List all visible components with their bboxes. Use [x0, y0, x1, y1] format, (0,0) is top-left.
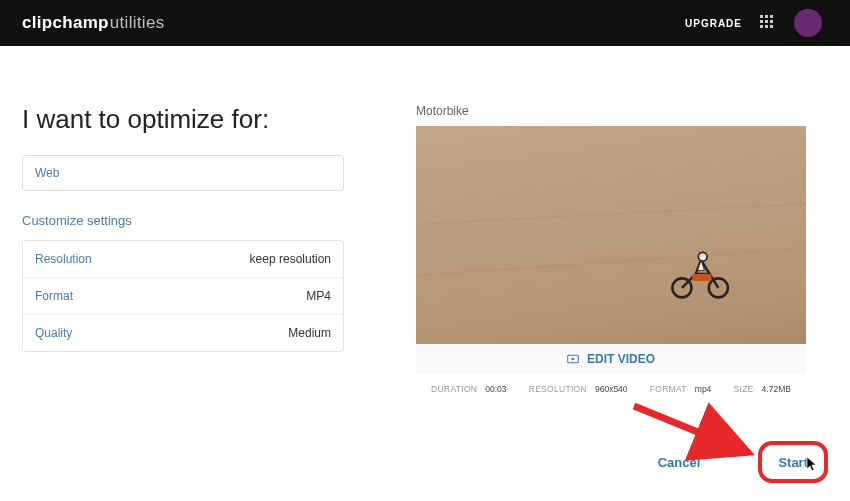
brand-logo: clipchamp utilities [22, 13, 164, 33]
upgrade-button[interactable]: UPGRADE [685, 18, 742, 29]
video-thumbnail[interactable] [416, 126, 806, 344]
preview-panel: Motorbike EDIT VIDEO DURATION 00:03 [416, 104, 828, 394]
meta-format: FORMAT mp4 [650, 384, 712, 394]
edit-icon [567, 353, 579, 365]
settings-panel: I want to optimize for: Web Customize se… [22, 104, 344, 352]
svg-point-2 [698, 252, 707, 261]
meta-size: SIZE 4.72MB [734, 384, 791, 394]
optimize-preset-select[interactable]: Web [22, 155, 344, 191]
setting-label: Resolution [35, 252, 92, 266]
avatar[interactable] [794, 9, 822, 37]
setting-value: MP4 [306, 289, 331, 303]
app-header: clipchamp utilities UPGRADE [0, 0, 850, 46]
cancel-button[interactable]: Cancel [658, 455, 701, 470]
setting-row-quality[interactable]: Quality Medium [23, 315, 343, 351]
edit-video-button[interactable]: EDIT VIDEO [416, 344, 806, 374]
setting-label: Quality [35, 326, 72, 340]
header-right: UPGRADE [685, 9, 822, 37]
meta-duration: DURATION 00:03 [431, 384, 506, 394]
video-metadata: DURATION 00:03 RESOLUTION 960x540 FORMAT… [416, 374, 806, 394]
setting-row-format[interactable]: Format MP4 [23, 278, 343, 315]
setting-value: Medium [288, 326, 331, 340]
setting-label: Format [35, 289, 73, 303]
apps-grid-icon[interactable] [760, 15, 776, 31]
action-bar: Cancel Start [658, 441, 828, 483]
customize-settings-label: Customize settings [22, 213, 344, 228]
page-title: I want to optimize for: [22, 104, 344, 135]
meta-resolution: RESOLUTION 960x540 [529, 384, 628, 394]
setting-value: keep resolution [250, 252, 331, 266]
video-title: Motorbike [416, 104, 828, 118]
motorbike-icon [666, 248, 736, 300]
main-content: I want to optimize for: Web Customize se… [0, 46, 850, 394]
settings-list: Resolution keep resolution Format MP4 Qu… [22, 240, 344, 352]
start-highlight: Start [758, 441, 828, 483]
cursor-icon [806, 456, 818, 472]
start-button[interactable]: Start [778, 455, 808, 470]
brand-bold: clipchamp [22, 13, 109, 33]
brand-light: utilities [110, 13, 165, 33]
edit-video-label: EDIT VIDEO [587, 352, 655, 366]
setting-row-resolution[interactable]: Resolution keep resolution [23, 241, 343, 278]
svg-rect-3 [692, 274, 711, 281]
